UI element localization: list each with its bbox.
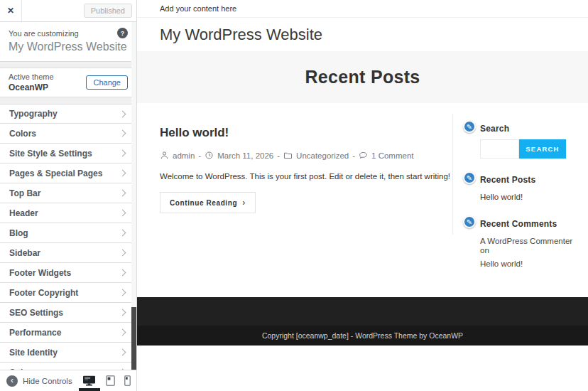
search-input[interactable] [480,139,519,159]
customizer-menu: Typography Colors Site Style & Settings … [0,104,136,382]
author-icon [160,151,169,160]
sidebar-item-sidebar[interactable]: Sidebar [0,243,136,263]
sidebar-item-blog[interactable]: Blog [0,223,136,243]
recent-comment-link[interactable]: A WordPress Commenter on [480,237,578,255]
active-theme-panel: Active theme OceanWP Change [0,68,136,97]
sidebar-item-top-bar[interactable]: Top Bar [0,183,136,203]
chevron-right-icon [119,309,126,316]
meta-separator: - [277,151,280,160]
chevron-right-icon [119,130,126,137]
post-comment-count[interactable]: 1 Comment [371,151,413,160]
sidebar-item-colors[interactable]: Colors [0,124,136,144]
sidebar-item-header[interactable]: Header [0,203,136,223]
post-category[interactable]: Uncategorized [296,151,349,160]
search-widget: ✎ Search SEARCH [480,124,578,159]
pencil-icon: ✎ [467,123,472,131]
mobile-preview-button[interactable] [124,375,131,386]
active-device-indicator [79,388,100,391]
collapse-icon[interactable]: ‹ [6,375,18,387]
sidebar-scrollbar-thumb[interactable] [131,307,136,370]
footer-copyright-bar: Copyright [oceanwp_date] - WordPress The… [137,326,588,346]
recent-comments-widget: ✎ Recent Comments A WordPress Commenter … [480,219,578,269]
sidebar-item-typography[interactable]: Typography [0,104,136,124]
post-date: March 11, 2026 [217,151,273,160]
chevron-right-icon [119,250,126,257]
panel-divider [0,62,136,68]
customizer-sidebar: ✕ Published You are customizing ? My Wor… [0,0,137,391]
site-top-bar: Add your content here [137,0,588,18]
panel-divider [0,97,136,104]
customizer-footer-bar: ‹ Hide Controls [0,370,136,391]
monitor-icon [82,375,97,386]
copyright-text: Copyright [oceanwp_date] - WordPress The… [262,331,463,340]
close-icon: ✕ [7,6,14,16]
recent-comment-post-link[interactable]: Hello world! [480,259,578,269]
customizer-topbar: ✕ Published [0,0,136,22]
post-meta: admin - March 11, 2026 - Uncategorized - [160,151,450,160]
sidebar-item-site-identity[interactable]: Site Identity [0,343,136,363]
site-preview: Add your content here My WordPress Websi… [137,0,588,391]
wordpress-customizer-screen: ✕ Published You are customizing ? My Wor… [0,0,588,391]
device-preview-switcher [82,375,131,386]
active-theme-name: OceanWP [9,82,54,92]
site-header: My WordPress Website [137,18,588,51]
recent-posts-widget: ✎ Recent Posts Hello world! [480,175,578,201]
meta-separator: - [198,151,201,160]
pencil-icon: ✎ [467,218,472,226]
chevron-right-icon [119,230,126,237]
chevron-right-icon [119,170,126,177]
edit-widget-button[interactable]: ✎ [463,171,476,184]
recent-posts-title: Recent Posts [480,175,578,185]
active-theme-label: Active theme [9,73,54,81]
help-icon[interactable]: ? [117,28,128,38]
page-title-banner: Recent Posts [137,51,588,103]
chevron-right-icon [119,190,126,197]
pencil-icon: ✎ [467,174,472,182]
phone-icon [124,375,131,386]
post-title-link[interactable]: Hello world! [160,126,450,140]
chevron-right-icon [119,329,126,336]
chevron-right-icon [119,110,126,117]
sidebar-item-performance[interactable]: Performance [0,323,136,343]
sidebar-item-site-style-settings[interactable]: Site Style & Settings [0,144,136,164]
chevron-right-icon [119,349,126,356]
published-button[interactable]: Published [84,4,132,18]
continue-reading-button[interactable]: Continue Reading › [160,192,256,213]
page-content: Hello world! admin - March 11, 2026 - [137,103,588,297]
search-form: SEARCH [480,139,578,159]
footer-widgets-area [137,297,588,326]
customizer-site-title: My WordPress Website [9,41,128,53]
sidebar-item-seo-settings[interactable]: SEO Settings [0,303,136,323]
sidebar-separator-line [452,114,453,235]
sidebar-item-footer-copyright[interactable]: Footer Copyright [0,283,136,303]
page-title: Recent Posts [305,67,420,87]
top-bar-message: Add your content here [160,4,236,13]
change-theme-button[interactable]: Change [86,75,128,90]
comment-icon [359,151,368,160]
hide-controls-label[interactable]: Hide Controls [23,377,72,385]
chevron-right-icon [119,289,126,296]
sidebar-item-footer-widgets[interactable]: Footer Widgets [0,263,136,283]
chevron-right-icon [119,210,126,217]
sidebar-scrollbar-track[interactable] [131,22,136,370]
post-excerpt: Welcome to WordPress. This is your first… [160,172,450,181]
tablet-preview-button[interactable] [106,375,115,386]
chevron-right-icon [119,269,126,277]
edit-widget-button[interactable]: ✎ [463,120,476,133]
close-customizer-button[interactable]: ✕ [0,0,22,21]
chevron-right-icon [119,150,126,157]
search-widget-title: Search [480,124,578,134]
edit-widget-button[interactable]: ✎ [463,215,476,228]
desktop-preview-button[interactable] [82,375,97,386]
clock-icon [205,151,214,160]
customizer-info-panel: You are customizing ? My WordPress Websi… [0,22,136,62]
post-author[interactable]: admin [173,151,195,160]
site-title-link[interactable]: My WordPress Website [160,26,322,44]
customizing-label: You are customizing [9,29,79,38]
sidebar-item-pages-special-pages[interactable]: Pages & Special Pages [0,164,136,183]
search-button[interactable]: SEARCH [519,139,566,159]
preview-sidebar-widgets: ✎ Search SEARCH ✎ Recent Posts Hello wor… [480,124,578,269]
recent-comments-title: Recent Comments [480,219,578,229]
blog-post: Hello world! admin - March 11, 2026 - [160,126,450,213]
recent-post-link[interactable]: Hello world! [480,193,578,201]
